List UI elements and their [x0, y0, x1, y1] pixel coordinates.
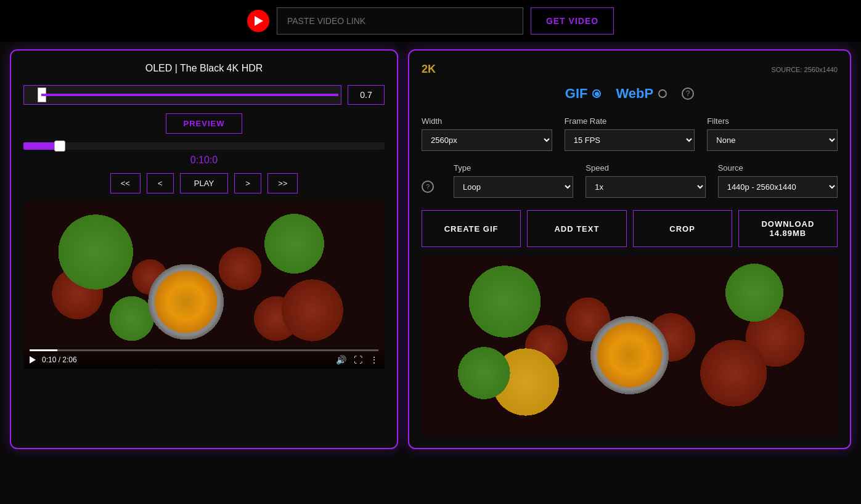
- progress-bar-fill: [23, 142, 60, 150]
- add-text-button[interactable]: ADD TEXT: [527, 210, 626, 247]
- type-select[interactable]: Loop Bounce Once: [454, 176, 573, 198]
- video-controls-bar: 0:10 / 2:06 🔊 ⛶ ⋮: [23, 344, 385, 368]
- youtube-icon: [247, 10, 269, 32]
- time-range-row: 0.7: [23, 85, 385, 105]
- framerate-setting: Frame Rate 15 FPS 10 FPS 24 FPS 30 FPS: [565, 116, 695, 151]
- webp-label: WebP: [616, 86, 653, 102]
- volume-icon[interactable]: 🔊: [336, 355, 346, 365]
- source-setting: Source 1440p - 2560x1440 720p - 1280x720…: [718, 163, 838, 198]
- video-ctrl-row: 0:10 / 2:06 🔊 ⛶ ⋮: [30, 355, 378, 365]
- timestamp: 0:10:0: [23, 155, 385, 166]
- format-selector: GIF WebP ?: [422, 86, 838, 102]
- right-panel: 2K SOURCE: 2560x1440 GIF WebP ? Width 25…: [408, 49, 851, 449]
- more-options-icon[interactable]: ⋮: [370, 355, 378, 365]
- playback-controls: << < PLAY > >>: [23, 173, 385, 193]
- video-progress-fill: [30, 349, 57, 351]
- video-player[interactable]: 0:10 / 2:06 🔊 ⛶ ⋮: [23, 202, 385, 368]
- right-preview-image: [422, 257, 838, 436]
- get-video-button[interactable]: GET VIDEO: [531, 7, 614, 35]
- video-time: 0:10 / 2:06: [42, 356, 77, 364]
- create-gif-button[interactable]: CREATE GIF: [422, 210, 521, 247]
- gif-label: GIF: [565, 86, 588, 102]
- type-setting: Type Loop Bounce Once: [454, 163, 573, 198]
- type-label: Type: [454, 163, 573, 173]
- video-right-icons: 🔊 ⛶ ⋮: [336, 355, 378, 365]
- type-help-icon[interactable]: ?: [422, 181, 434, 193]
- width-label: Width: [422, 116, 552, 126]
- header: GET VIDEO: [0, 0, 861, 42]
- progress-bar-track[interactable]: [23, 142, 385, 150]
- right-header: 2K SOURCE: 2560x1440: [422, 63, 838, 76]
- fullscreen-icon[interactable]: ⛶: [354, 355, 362, 365]
- speed-setting: Speed 1x 0.5x 2x: [586, 163, 705, 198]
- settings-row-1: Width 2560px 1920px 1280px 640px Frame R…: [422, 116, 838, 151]
- source2-label: Source: [718, 163, 838, 173]
- width-select[interactable]: 2560px 1920px 1280px 640px: [422, 129, 552, 151]
- left-panel: OLED | The Black 4K HDR 0.7 PREVIEW 0:10…: [10, 49, 398, 449]
- play-button[interactable]: PLAY: [180, 173, 228, 193]
- end-time-input[interactable]: 0.7: [348, 85, 385, 105]
- preview-button[interactable]: PREVIEW: [166, 113, 243, 134]
- filters-select[interactable]: None Grayscale Sepia Invert: [707, 129, 838, 151]
- format-gif-option[interactable]: GIF: [565, 86, 602, 102]
- progress-thumb[interactable]: [54, 140, 65, 152]
- format-help-icon[interactable]: ?: [682, 87, 694, 100]
- width-setting: Width 2560px 1920px 1280px 640px: [422, 116, 552, 151]
- video-play-icon[interactable]: [30, 356, 36, 364]
- video-title: OLED | The Black 4K HDR: [23, 63, 385, 74]
- type-help-wrapper: ?: [422, 181, 441, 198]
- speed-label: Speed: [586, 163, 705, 173]
- action-buttons: CREATE GIF ADD TEXT CROP DOWNLOAD 14.89M…: [422, 210, 838, 247]
- settings-row-2: ? Type Loop Bounce Once Speed 1x 0.5x 2x: [422, 163, 838, 198]
- source-select[interactable]: 1440p - 2560x1440 720p - 1280x720 480p -…: [718, 176, 838, 198]
- video-thumbnail: [23, 202, 385, 368]
- source-text: SOURCE: 2560x1440: [771, 66, 838, 73]
- video-progress-bar[interactable]: [30, 349, 378, 351]
- download-button[interactable]: DOWNLOAD 14.89MB: [738, 210, 838, 247]
- skip-back-button[interactable]: <<: [110, 173, 141, 193]
- resolution-badge: 2K: [422, 63, 436, 76]
- framerate-label: Frame Rate: [565, 116, 695, 126]
- crop-button[interactable]: CROP: [633, 210, 732, 247]
- time-range-slider[interactable]: [23, 85, 341, 105]
- back-button[interactable]: <: [147, 173, 174, 193]
- speed-select[interactable]: 1x 0.5x 2x: [586, 176, 705, 198]
- filters-setting: Filters None Grayscale Sepia Invert: [707, 116, 838, 151]
- forward-button[interactable]: >: [234, 173, 261, 193]
- format-webp-option[interactable]: WebP: [616, 86, 667, 102]
- main-content: OLED | The Black 4K HDR 0.7 PREVIEW 0:10…: [0, 42, 861, 457]
- url-input[interactable]: [277, 7, 523, 35]
- framerate-select[interactable]: 15 FPS 10 FPS 24 FPS 30 FPS: [565, 129, 695, 151]
- progress-container: [23, 142, 385, 150]
- gif-radio[interactable]: [592, 89, 601, 98]
- filters-label: Filters: [707, 116, 838, 126]
- webp-radio[interactable]: [658, 89, 667, 98]
- skip-forward-button[interactable]: >>: [267, 173, 298, 193]
